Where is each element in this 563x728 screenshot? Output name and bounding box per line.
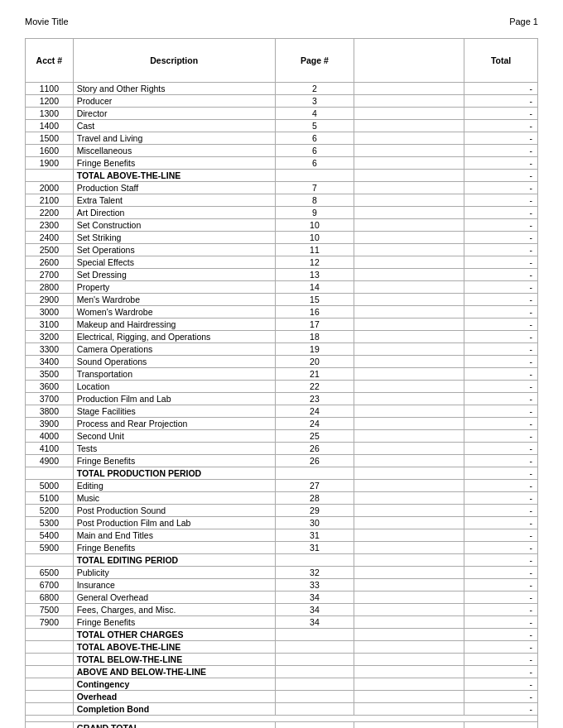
- cell-page: 16: [275, 306, 354, 318]
- cell-spacer: [354, 83, 464, 95]
- table-row: 5000Editing27-: [26, 480, 538, 492]
- cell-total: -: [464, 654, 538, 666]
- cell-total: -: [464, 256, 538, 269]
- cell-spacer: [354, 629, 464, 641]
- col-acct: Acct #: [26, 39, 74, 83]
- cell-desc: Production Staff: [73, 182, 275, 194]
- cell-desc: Men's Wardrobe: [73, 294, 275, 306]
- cell-page: 6: [275, 145, 354, 157]
- table-row: 5100Music28-: [26, 492, 538, 505]
- table-row: TOTAL ABOVE-THE-LINE-: [26, 641, 538, 654]
- cell-spacer: [354, 182, 464, 194]
- cell-spacer: [354, 393, 464, 405]
- table-row: 7500Fees, Charges, and Misc.34-: [26, 604, 538, 616]
- table-row: 3800Stage Facilities24-: [26, 405, 538, 418]
- cell-desc: Tests: [73, 443, 275, 455]
- cell-total: -: [464, 517, 538, 529]
- cell-total: -: [464, 467, 538, 480]
- table-row: 2400Set Striking10-: [26, 232, 538, 244]
- cell-desc: Travel and Living: [73, 132, 275, 145]
- cell-page: 15: [275, 294, 354, 306]
- table-row: 3400Sound Operations20-: [26, 356, 538, 368]
- cell-desc: TOTAL ABOVE-THE-LINE: [73, 641, 275, 654]
- cell-desc: Director: [73, 108, 275, 120]
- table-row: 2900Men's Wardrobe15-: [26, 294, 538, 306]
- cell-total: -: [464, 529, 538, 542]
- col-total: Total: [464, 39, 538, 83]
- cell-desc: Makeup and Hairdressing: [73, 318, 275, 331]
- cell-total: -: [464, 678, 538, 691]
- cell-desc: Second Unit: [73, 430, 275, 443]
- table-row: 1200Producer3-: [26, 95, 538, 108]
- cell-spacer: [354, 554, 464, 567]
- table-row: 5900Fringe Benefits31-: [26, 542, 538, 554]
- cell-total: -: [464, 343, 538, 356]
- cell-page: 19: [275, 343, 354, 356]
- cell-desc: Stage Facilities: [73, 405, 275, 418]
- cell-spacer: [354, 405, 464, 418]
- cell-total: -: [464, 567, 538, 579]
- cell-acct: 3300: [26, 343, 74, 356]
- cell-total: -: [464, 393, 538, 405]
- cell-acct: 5300: [26, 517, 74, 529]
- cell-desc: Cast: [73, 120, 275, 132]
- table-row: 3900Process and Rear Projection24-: [26, 418, 538, 430]
- cell-page: 14: [275, 281, 354, 294]
- cell-acct: 6700: [26, 579, 74, 592]
- table-row: TOTAL PRODUCTION PERIOD-: [26, 467, 538, 480]
- cell-desc: Electrical, Rigging, and Operations: [73, 331, 275, 343]
- cell-page: 17: [275, 318, 354, 331]
- cell-desc: Location: [73, 381, 275, 393]
- cell-acct: 1400: [26, 120, 74, 132]
- cell-total: -: [464, 83, 538, 95]
- cell-total: -: [464, 381, 538, 393]
- cell-spacer: [354, 294, 464, 306]
- cell-desc: Extra Talent: [73, 194, 275, 207]
- cell-total: -: [464, 145, 538, 157]
- cell-total: -: [464, 182, 538, 194]
- table-row: 6500Publicity32-: [26, 567, 538, 579]
- cell-total: -: [464, 331, 538, 343]
- col-spacer: [354, 39, 464, 83]
- cell-acct: 1200: [26, 95, 74, 108]
- cell-desc: Set Dressing: [73, 269, 275, 281]
- cell-spacer: [354, 722, 464, 729]
- table-row: TOTAL EDITING PERIOD-: [26, 554, 538, 567]
- budget-table: Acct # Description Page # Total 1100Stor…: [25, 38, 538, 728]
- cell-page: [275, 629, 354, 641]
- cell-desc: Transportation: [73, 368, 275, 381]
- cell-desc: Fringe Benefits: [73, 542, 275, 554]
- table-row: 5300Post Production Film and Lab30-: [26, 517, 538, 529]
- cell-page: 34: [275, 604, 354, 616]
- cell-page: 26: [275, 455, 354, 467]
- cell-spacer: [354, 207, 464, 219]
- cell-spacer: [354, 467, 464, 480]
- table-row: 1600Miscellaneous6-: [26, 145, 538, 157]
- cell-desc: ABOVE AND BELOW-THE-LINE: [73, 666, 275, 678]
- cell-acct: 3900: [26, 418, 74, 430]
- cell-acct: 2300: [26, 219, 74, 232]
- cell-total: -: [464, 269, 538, 281]
- cell-desc: Process and Rear Projection: [73, 418, 275, 430]
- cell-total: -: [464, 554, 538, 567]
- cell-page: 20: [275, 356, 354, 368]
- cell-page: [275, 554, 354, 567]
- cell-spacer: [354, 604, 464, 616]
- cell-page: 23: [275, 393, 354, 405]
- cell-page: 31: [275, 542, 354, 554]
- cell-page: 10: [275, 219, 354, 232]
- col-page: Page #: [275, 39, 354, 83]
- cell-desc: Set Operations: [73, 244, 275, 256]
- cell-total: -: [464, 505, 538, 517]
- cell-total: -: [464, 430, 538, 443]
- cell-page: [275, 722, 354, 729]
- cell-spacer: [354, 517, 464, 529]
- cell-acct: 3400: [26, 356, 74, 368]
- cell-total: -: [464, 368, 538, 381]
- cell-spacer: [354, 244, 464, 256]
- cell-page: [275, 666, 354, 678]
- cell-total: -: [464, 629, 538, 641]
- cell-page: 32: [275, 567, 354, 579]
- cell-total: -: [464, 306, 538, 318]
- cell-page: 30: [275, 517, 354, 529]
